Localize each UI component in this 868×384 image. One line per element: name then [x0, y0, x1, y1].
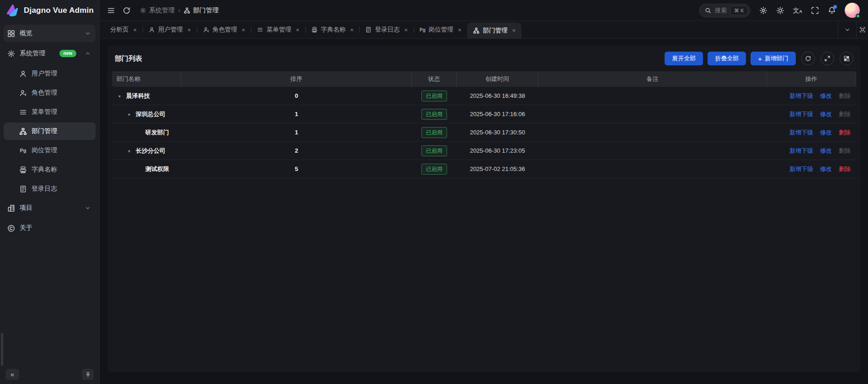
- about-icon: [7, 224, 15, 232]
- tab-菜单管理[interactable]: 菜单管理×: [251, 21, 305, 38]
- tab-close-icon[interactable]: ×: [404, 27, 408, 33]
- fullscreen-icon[interactable]: [811, 6, 819, 15]
- column-header: 部门名称: [112, 71, 181, 87]
- column-header: 操作: [767, 71, 856, 87]
- tab-登录日志[interactable]: 登录日志×: [359, 21, 414, 38]
- content-area: 部门列表 展开全部 折叠全部 +新增部门: [100, 39, 868, 384]
- sidebar-item-部门管理[interactable]: 部门管理: [4, 123, 96, 140]
- tab-角色管理[interactable]: 角色管理×: [197, 21, 251, 38]
- sidebar-item-概览[interactable]: 概览: [4, 25, 96, 42]
- tab-岗位管理[interactable]: Pg岗位管理×: [414, 21, 467, 38]
- sidebar-item-菜单管理[interactable]: 菜单管理: [4, 103, 96, 121]
- translate-icon[interactable]: 文A: [793, 7, 803, 14]
- chevron-down-icon: [844, 27, 851, 33]
- sidebar-item-岗位管理[interactable]: Pg岗位管理: [4, 142, 96, 159]
- breadcrumb-separator: ›: [178, 7, 180, 14]
- sidebar-item-关于[interactable]: 关于: [4, 219, 96, 237]
- notifications-button[interactable]: [828, 6, 836, 15]
- remark: [538, 142, 767, 160]
- tab-close-icon[interactable]: ×: [242, 27, 245, 33]
- created-time: 2025-06-30 17:16:06: [457, 105, 538, 123]
- add-child-link[interactable]: 新增下级: [789, 92, 813, 99]
- dict-icon: [19, 166, 27, 174]
- created-time: 2025-06-30 17:23:05: [457, 142, 538, 160]
- theme-sun-icon[interactable]: [776, 6, 784, 15]
- plus-icon: +: [758, 55, 762, 62]
- expand-toggle-icon[interactable]: ▾: [128, 149, 133, 154]
- tab-separator: [143, 27, 143, 33]
- sidebar-scrollbar-thumb[interactable]: [1, 333, 3, 366]
- breadcrumb-item-system[interactable]: 系统管理: [140, 6, 175, 15]
- expand-arrows-icon: [824, 55, 831, 62]
- settings-gear-icon[interactable]: [759, 6, 767, 15]
- role-icon: [19, 89, 27, 97]
- breadcrumb-item-department[interactable]: 部门管理: [184, 6, 218, 15]
- sidebar-item-登录日志[interactable]: 登录日志: [4, 180, 96, 197]
- tab-label: 分析页: [110, 26, 129, 34]
- add-child-link[interactable]: 新增下级: [789, 111, 813, 117]
- edit-link[interactable]: 修改: [820, 129, 832, 136]
- hamburger-menu-icon[interactable]: [107, 6, 115, 15]
- search-shortcut-badge: ⌘ K: [730, 6, 747, 15]
- delete-link[interactable]: 删除: [839, 165, 851, 172]
- tab-close-icon[interactable]: ×: [512, 27, 516, 34]
- sidebar-pin-button[interactable]: [82, 369, 94, 380]
- tab-close-icon[interactable]: ×: [133, 27, 137, 33]
- sidebar-item-角色管理[interactable]: 角色管理: [4, 84, 96, 101]
- logo-icon: [5, 4, 19, 17]
- delete-link[interactable]: 删除: [839, 129, 851, 136]
- sidebar-item-label: 概览: [20, 29, 32, 37]
- column-settings-button[interactable]: [840, 52, 853, 65]
- table-toolbar: 展开全部 折叠全部 +新增部门: [665, 52, 853, 65]
- edit-link[interactable]: 修改: [820, 92, 832, 99]
- new-badge: new: [59, 50, 76, 57]
- tab-close-icon[interactable]: ×: [458, 27, 462, 33]
- tab-分析页[interactable]: 分析页×: [104, 21, 143, 38]
- fullscreen-table-button[interactable]: [820, 52, 834, 65]
- edit-link[interactable]: 修改: [820, 165, 832, 172]
- edit-link[interactable]: 修改: [820, 147, 832, 154]
- delete-link[interactable]: 删除: [839, 92, 851, 99]
- table-header-row: 部门名称排序状态创建时间备注操作: [112, 71, 856, 87]
- add-child-link[interactable]: 新增下级: [789, 165, 813, 172]
- tab-字典名称[interactable]: 字典名称×: [305, 21, 360, 38]
- refresh-icon[interactable]: [122, 6, 131, 15]
- refresh-table-button[interactable]: [801, 52, 815, 65]
- sidebar-collapse-button[interactable]: «: [5, 369, 19, 380]
- delete-link[interactable]: 删除: [839, 147, 851, 154]
- expand-toggle-icon[interactable]: ▾: [128, 112, 133, 117]
- tab-maximize-button[interactable]: [856, 21, 868, 38]
- sidebar-item-用户管理[interactable]: 用户管理: [4, 65, 96, 82]
- breadcrumb-label: 系统管理: [149, 6, 175, 15]
- sidebar-item-label: 部门管理: [32, 127, 57, 135]
- sidebar-item-项目[interactable]: 项目: [4, 199, 96, 217]
- add-child-link[interactable]: 新增下级: [789, 147, 813, 154]
- tab-部门管理[interactable]: 部门管理×: [467, 22, 522, 38]
- table-body: ▾晨泽科技0已启用2025-06-30 16:49:38新增下级修改删除▾深圳总…: [112, 87, 856, 178]
- sidebar-item-系统管理[interactable]: 系统管理new: [4, 45, 96, 62]
- add-department-button[interactable]: +新增部门: [751, 52, 796, 65]
- tab-用户管理[interactable]: 用户管理×: [143, 21, 197, 38]
- tab-close-icon[interactable]: ×: [187, 27, 191, 33]
- search-input[interactable]: 搜索 ⌘ K: [699, 4, 750, 17]
- tab-close-icon[interactable]: ×: [350, 27, 354, 33]
- tab-separator: [305, 27, 306, 33]
- tabbar: 分析页×用户管理×角色管理×菜单管理×字典名称×登录日志×Pg岗位管理×部门管理…: [100, 21, 868, 39]
- add-child-link[interactable]: 新增下级: [789, 129, 813, 136]
- sort-value: 1: [181, 123, 412, 142]
- notification-dot: [833, 5, 837, 9]
- status-badge: 已启用: [421, 145, 447, 156]
- edit-link[interactable]: 修改: [820, 111, 832, 117]
- expand-all-button[interactable]: 展开全部: [665, 52, 703, 65]
- sidebar-nav: 概览系统管理new用户管理角色管理菜单管理部门管理Pg岗位管理字典名称登录日志项…: [0, 21, 99, 384]
- delete-link[interactable]: 删除: [839, 111, 851, 117]
- collapse-all-button[interactable]: 折叠全部: [708, 52, 746, 65]
- breadcrumb-label: 部门管理: [193, 6, 218, 15]
- pg-icon: Pg: [19, 148, 27, 153]
- tabs-menu-button[interactable]: [838, 21, 856, 38]
- expand-toggle-icon[interactable]: ▾: [118, 94, 123, 99]
- column-header: 创建时间: [457, 71, 538, 87]
- user-menu[interactable]: [845, 3, 860, 18]
- tab-close-icon[interactable]: ×: [296, 27, 299, 33]
- sidebar-item-字典名称[interactable]: 字典名称: [4, 161, 96, 178]
